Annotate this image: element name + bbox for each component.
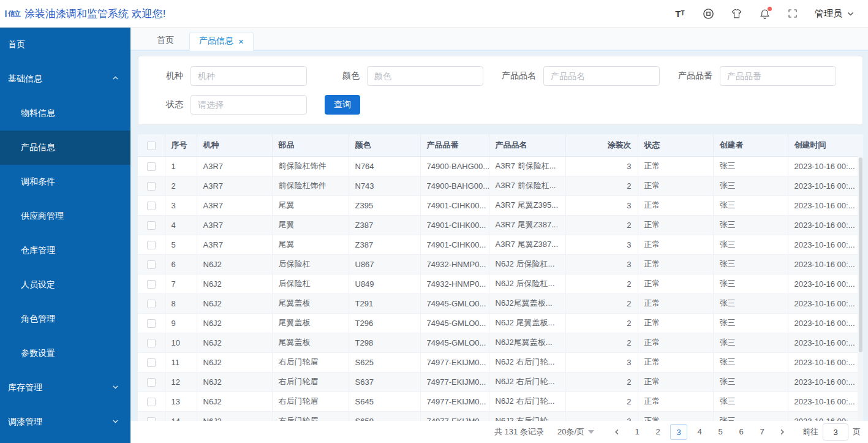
- sidebar-item-产品信息[interactable]: 产品信息: [0, 131, 130, 165]
- sidebar-item-基础信息[interactable]: 基础信息: [0, 62, 130, 96]
- prev-page-button[interactable]: [609, 424, 625, 440]
- row-checkbox[interactable]: [147, 339, 156, 347]
- row-checkbox[interactable]: [147, 378, 156, 387]
- header-checkbox-cell: [138, 134, 165, 156]
- sidebar-item-label: 供应商管理: [21, 211, 64, 222]
- cell-状态: 正常: [638, 156, 713, 176]
- cell-状态: 正常: [638, 176, 713, 195]
- sidebar-item-调漆管理[interactable]: 调漆管理: [0, 405, 130, 439]
- column-header-产品品番: 产品品番: [420, 134, 489, 156]
- cell-产品品名: N6J2 右后门轮...: [489, 392, 565, 411]
- cell-创建者: 张三: [713, 392, 788, 411]
- tab-label: 产品信息: [199, 36, 233, 47]
- row-checkbox-cell: [138, 333, 165, 352]
- page-size-select[interactable]: 20条/页: [557, 426, 594, 437]
- next-page-button[interactable]: [774, 424, 790, 440]
- cell-颜色: Z395: [349, 195, 420, 215]
- column-header-状态: 状态: [638, 134, 713, 156]
- page-number-4[interactable]: 4: [691, 424, 708, 440]
- row-checkbox-cell: [138, 156, 165, 176]
- tab-首页[interactable]: 首页: [148, 31, 183, 50]
- top-header: 信立 涂装油漆调和监管系统 欢迎您! TT 管理员: [0, 0, 868, 28]
- goto-page-input[interactable]: [823, 423, 848, 441]
- page-number-2[interactable]: 2: [649, 424, 666, 440]
- cell-创建者: 张三: [713, 156, 788, 176]
- vertical-scrollbar[interactable]: [858, 156, 863, 432]
- cell-颜色: T291: [349, 293, 420, 313]
- product-name-input[interactable]: [543, 66, 660, 86]
- color-input[interactable]: [367, 66, 483, 86]
- sidebar-item-物料信息[interactable]: 物料信息: [0, 96, 130, 131]
- cell-部品: 尾翼盖板: [272, 293, 349, 313]
- scrollbar-thumb[interactable]: [859, 157, 862, 352]
- sidebar-item-label: 产品信息: [21, 142, 55, 153]
- theme-skin-icon[interactable]: [730, 7, 742, 20]
- cell-创建时间: 2023-10-16 00:...: [788, 156, 863, 176]
- page-number-1[interactable]: 1: [628, 424, 646, 440]
- cell-机种: N6J2: [197, 372, 272, 392]
- font-size-icon[interactable]: TT: [674, 7, 686, 20]
- column-header-涂装次: 涂装次: [565, 134, 638, 156]
- field-color: 颜色: [315, 66, 483, 86]
- row-checkbox[interactable]: [147, 398, 156, 406]
- tab-bar: 首页产品信息×: [130, 28, 868, 51]
- cell-产品品名: N6J2尾翼盖板...: [489, 293, 565, 313]
- sidebar-item-仓库管理[interactable]: 仓库管理: [0, 233, 130, 268]
- notification-icon[interactable]: [758, 7, 771, 20]
- column-header-颜色: 颜色: [349, 134, 420, 156]
- coin-icon[interactable]: [702, 7, 714, 20]
- cell-产品品名: A3R7 前保险杠...: [489, 176, 565, 195]
- cell-创建者: 张三: [713, 333, 788, 352]
- sidebar-item-角色管理[interactable]: 角色管理: [0, 302, 130, 336]
- page-number-6[interactable]: 6: [733, 424, 750, 440]
- cell-状态: 正常: [638, 254, 713, 274]
- sidebar-item-label: 调漆管理: [8, 417, 42, 428]
- field-machine-type: 机种: [138, 66, 307, 86]
- sidebar-item-库存管理[interactable]: 库存管理: [0, 371, 130, 405]
- product-number-input[interactable]: [720, 66, 836, 86]
- cell-颜色: N764: [349, 156, 420, 176]
- cell-机种: A3R7: [197, 195, 272, 215]
- row-checkbox[interactable]: [147, 319, 156, 328]
- page-number-5[interactable]: 5: [712, 424, 729, 440]
- select-all-checkbox[interactable]: [147, 142, 156, 150]
- row-checkbox[interactable]: [147, 162, 156, 171]
- chevron-down-icon: [847, 10, 855, 18]
- row-checkbox-cell: [138, 235, 165, 254]
- cell-创建时间: 2023-10-16 00:...: [788, 195, 863, 215]
- tab-产品信息[interactable]: 产品信息×: [189, 32, 254, 51]
- sidebar-item-首页[interactable]: 首页: [0, 28, 130, 62]
- sidebar-item-人员设定[interactable]: 人员设定: [0, 268, 130, 302]
- cell-机种: N6J2: [197, 392, 272, 411]
- sidebar-item-参数设置[interactable]: 参数设置: [0, 336, 130, 371]
- cell-机种: N6J2: [197, 293, 272, 313]
- row-checkbox[interactable]: [147, 280, 156, 289]
- fullscreen-icon[interactable]: [787, 7, 799, 20]
- field-product-number: 产品品番: [668, 66, 836, 86]
- page-number-7[interactable]: 7: [753, 424, 771, 440]
- table-row: 6N6J2后保险杠U86774932-HNMP0...N6J2 后保险杠...3…: [138, 254, 863, 274]
- row-checkbox[interactable]: [147, 260, 156, 269]
- cell-部品: 尾翼: [272, 215, 349, 235]
- search-button[interactable]: 查询: [325, 95, 360, 115]
- row-checkbox[interactable]: [147, 182, 156, 191]
- cell-涂装次: 3: [565, 254, 638, 274]
- cell-颜色: T298: [349, 333, 420, 352]
- cell-涂装次: 2: [565, 274, 638, 293]
- sidebar-item-供应商管理[interactable]: 供应商管理: [0, 199, 130, 233]
- row-checkbox[interactable]: [147, 300, 156, 308]
- machine-type-input[interactable]: [191, 66, 307, 86]
- close-icon[interactable]: ×: [238, 37, 244, 46]
- status-select[interactable]: [191, 95, 307, 115]
- cell-产品品番: 74945-GMLO0...: [420, 293, 489, 313]
- row-checkbox[interactable]: [147, 202, 156, 210]
- page-number-3[interactable]: 3: [670, 424, 687, 440]
- row-checkbox[interactable]: [147, 358, 156, 367]
- sidebar-item-调和条件[interactable]: 调和条件: [0, 165, 130, 199]
- cell-创建时间: 2023-10-16 00:...: [788, 313, 863, 333]
- row-checkbox[interactable]: [147, 221, 156, 230]
- column-header-创建时间: 创建时间: [788, 134, 863, 156]
- user-menu[interactable]: 管理员: [815, 8, 855, 20]
- cell-部品: 右后门轮眉: [272, 352, 349, 372]
- row-checkbox[interactable]: [147, 241, 156, 249]
